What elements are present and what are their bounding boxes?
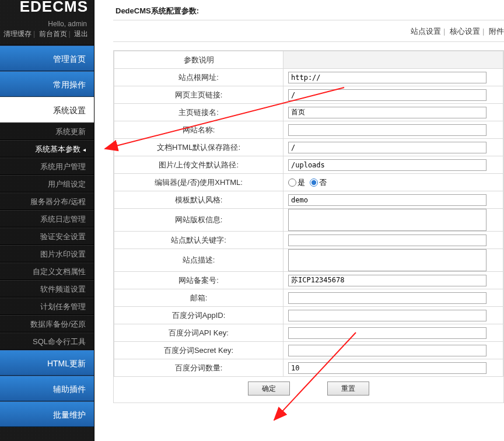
site-url-input[interactable] (288, 72, 487, 83)
upload-path-input[interactable] (288, 159, 487, 171)
col-label: 参数说明 (114, 51, 284, 69)
copyright-input[interactable] (288, 209, 487, 231)
beian-input[interactable] (288, 275, 487, 286)
button-bar: 确定 重置 (114, 377, 503, 402)
baidu-apikey-input[interactable] (288, 327, 487, 339)
keywords-input[interactable] (288, 235, 487, 246)
logout-link[interactable]: 退出 (74, 30, 88, 38)
nav-item-logs[interactable]: 系统日志管理 (0, 210, 94, 228)
row-copyright-label: 网站版权信息: (114, 209, 284, 232)
editor-xhtml-no-label: 否 (319, 177, 327, 188)
row-email-label: 邮箱: (114, 289, 284, 307)
nav-item-users[interactable]: 系统用户管理 (0, 158, 94, 175)
row-baidu-secret-label: 百度分词Secret Key: (114, 342, 284, 359)
home-name-input[interactable] (288, 107, 487, 118)
nav-system[interactable]: 系统设置 (0, 97, 94, 123)
row-baidu-appid-label: 百度分词AppID: (114, 307, 284, 324)
nav-common[interactable]: 常用操作 (0, 71, 94, 97)
row-home-name-label: 主页链接名: (114, 104, 284, 121)
nav-item-software[interactable]: 软件频道设置 (0, 280, 94, 298)
nav-item-docattr[interactable]: 自定义文档属性 (0, 262, 94, 280)
tab-core[interactable]: 核心设置 (450, 27, 480, 36)
frontend-link[interactable]: 前台首页 (39, 30, 67, 38)
top-links: 清理缓存| 前台首页| 退出 (0, 28, 94, 46)
nav-item-dbbackup[interactable]: 数据库备份/还原 (0, 315, 94, 332)
baidu-secret-input[interactable] (288, 345, 487, 356)
html-path-input[interactable] (288, 142, 487, 153)
sidebar: EDECMS Hello, admin 清理缓存| 前台首页| 退出 管理首页 … (0, 0, 94, 441)
row-baidu-count-label: 百度分词数量: (114, 359, 284, 377)
row-home-link-label: 网页主页链接: (114, 86, 284, 104)
description-input[interactable] (288, 249, 487, 271)
nav-html[interactable]: HTML更新 (0, 350, 94, 376)
row-baidu-apikey-label: 百度分词API Key: (114, 324, 284, 342)
nav-item-tasks[interactable]: 计划任务管理 (0, 298, 94, 315)
nav-item-sql[interactable]: SQL命令行工具 (0, 332, 94, 350)
config-table: 参数说明 站点根网址: 网页主页链接: 主页链接名: 网站名称: (114, 51, 503, 377)
editor-xhtml-yes-label: 是 (298, 177, 305, 188)
row-editor-xhtml-label: 编辑器(是/否)使用XHTML: (114, 174, 284, 191)
row-keywords-label: 站点默认关键字: (114, 232, 284, 249)
nav-home[interactable]: 管理首页 (0, 46, 94, 71)
row-tpl-style-label: 模板默认风格: (114, 191, 284, 209)
nav-item-security[interactable]: 验证安全设置 (0, 228, 94, 245)
row-site-url-label: 站点根网址: (114, 69, 284, 86)
nav-item-watermark[interactable]: 图片水印设置 (0, 245, 94, 262)
clear-cache-link[interactable]: 清理缓存 (4, 30, 32, 38)
baidu-count-input[interactable] (288, 362, 487, 374)
hello-text: Hello, admin (0, 15, 94, 28)
row-description-label: 站点描述: (114, 249, 284, 272)
nav-item-groups[interactable]: 用户组设定 (0, 175, 94, 192)
row-site-name-label: 网站名称: (114, 121, 284, 139)
nav-item-basic-params[interactable]: 系统基本参数 (0, 140, 94, 158)
editor-xhtml-no[interactable] (310, 178, 318, 187)
page-title: DedeCMS系统配置参数: (113, 0, 504, 20)
nav-item-update[interactable]: 系统更新 (0, 123, 94, 140)
site-name-input[interactable] (288, 124, 487, 136)
reset-button[interactable]: 重置 (327, 382, 369, 396)
config-panel: 参数说明 站点根网址: 网页主页链接: 主页链接名: 网站名称: (113, 50, 504, 403)
row-html-path-label: 文档HTML默认保存路径: (114, 139, 284, 156)
submit-button[interactable]: 确定 (248, 382, 290, 396)
nav-system-items: 系统更新 系统基本参数 系统用户管理 用户组设定 服务器分布/远程 系统日志管理… (0, 123, 94, 350)
editor-xhtml-yes[interactable] (288, 178, 296, 187)
brand-logo: EDECMS (0, 0, 94, 15)
settings-tabs: 站点设置| 核心设置| 附件 (113, 20, 504, 41)
nav-batch[interactable]: 批量维护 (0, 401, 94, 427)
nav-plugin[interactable]: 辅助插件 (0, 376, 94, 401)
baidu-appid-input[interactable] (288, 310, 487, 321)
tpl-style-input[interactable] (288, 194, 487, 206)
content: DedeCMS系统配置参数: 站点设置| 核心设置| 附件 参数说明 站点根网址… (94, 0, 504, 441)
nav-item-server[interactable]: 服务器分布/远程 (0, 192, 94, 210)
home-link-input[interactable] (288, 89, 487, 101)
tab-site[interactable]: 站点设置 (411, 27, 441, 36)
tab-attach[interactable]: 附件 (489, 27, 504, 36)
email-input[interactable] (288, 292, 487, 304)
col-value (284, 51, 503, 69)
row-beian-label: 网站备案号: (114, 272, 284, 289)
row-upload-path-label: 图片/上传文件默认路径: (114, 156, 284, 174)
